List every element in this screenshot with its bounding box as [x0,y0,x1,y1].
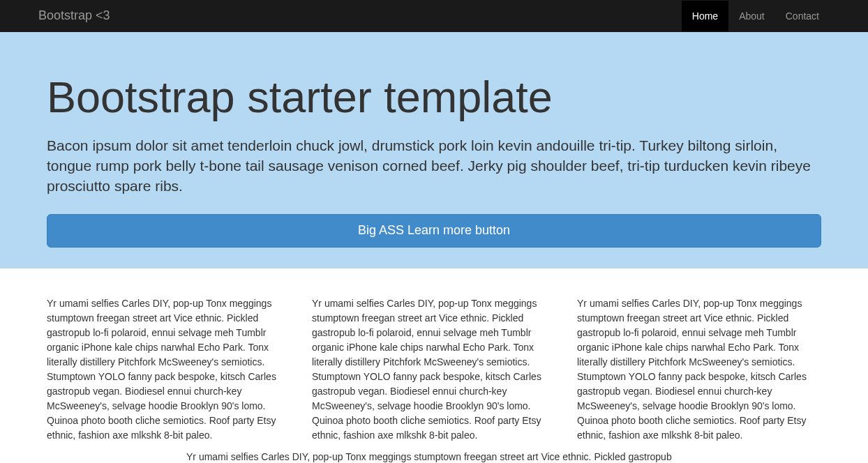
jumbotron-lead: Bacon ipsum dolor sit amet tenderloin ch… [47,135,821,197]
column-1-text: Yr umami selfies Carles DIY, pop-up Tonx… [47,296,291,443]
navbar-brand[interactable]: Bootstrap <3 [38,0,121,32]
navbar: Bootstrap <3 Home About Contact [0,0,868,32]
content-container: Yr umami selfies Carles DIY, pop-up Tonx… [36,296,832,463]
nav-item-home[interactable]: Home [682,1,728,31]
nav-item-about[interactable]: About [728,1,775,31]
nav-item-contact[interactable]: Contact [775,1,830,31]
column-3-text: Yr umami selfies Carles DIY, pop-up Tonx… [577,296,821,443]
jumbotron-heading: Bootstrap starter template [47,66,821,128]
learn-more-button[interactable]: Big ASS Learn more button [47,214,821,248]
column-1: Yr umami selfies Carles DIY, pop-up Tonx… [36,296,301,443]
content-area: Yr umami selfies Carles DIY, pop-up Tonx… [0,268,868,463]
column-2: Yr umami selfies Carles DIY, pop-up Tonx… [301,296,567,443]
column-3: Yr umami selfies Carles DIY, pop-up Tonx… [567,296,832,443]
navbar-nav: Home About Contact [682,1,830,31]
jumbotron: Bootstrap starter template Bacon ipsum d… [0,32,868,268]
jumbotron-container: Bootstrap starter template Bacon ipsum d… [36,66,832,248]
columns-row: Yr umami selfies Carles DIY, pop-up Tonx… [36,296,832,443]
centered-row: Yr umami selfies Carles DIY, pop-up Tonx… [47,450,821,463]
centered-column: Yr umami selfies Carles DIY, pop-up Tonx… [176,450,692,463]
nav-link-contact[interactable]: Contact [775,1,830,31]
nav-link-home[interactable]: Home [682,1,728,31]
column-2-text: Yr umami selfies Carles DIY, pop-up Tonx… [312,296,556,443]
nav-link-about[interactable]: About [728,1,775,31]
centered-text: Yr umami selfies Carles DIY, pop-up Tonx… [186,450,682,463]
